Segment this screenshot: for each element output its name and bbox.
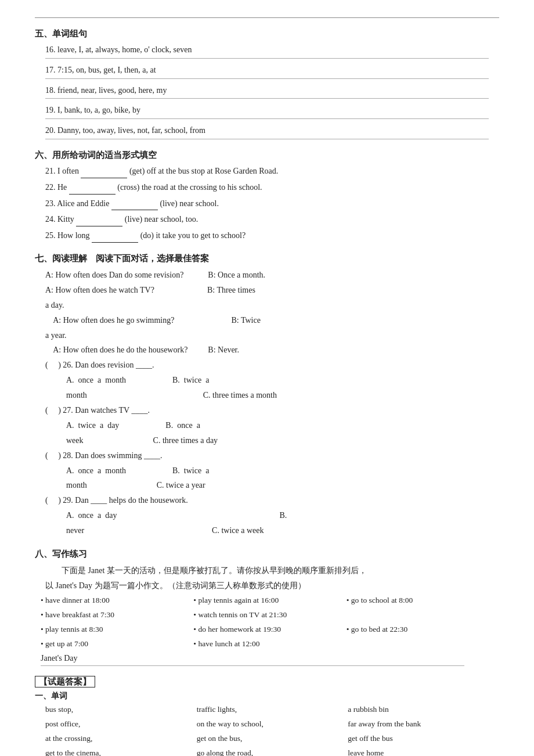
wi-1: • have dinner at 18:00 xyxy=(41,593,193,608)
wi-10: • get up at 7:00 xyxy=(41,637,193,651)
q18-num: 18. xyxy=(45,86,56,95)
section-7: 七、阅读理解 阅读下面对话，选择最佳答案 A: How often does D… xyxy=(35,253,499,538)
answer-title-block: 【试题答案】 xyxy=(35,676,499,687)
v1: bus stop, xyxy=(45,703,197,717)
q23-blank[interactable] xyxy=(111,201,158,210)
wi-7: • play tennis at 8:30 xyxy=(41,622,193,637)
q27-options: A. twice a day B. once a xyxy=(66,418,499,433)
q28-container: ( ) 28. Dan does swimming ____. A. once … xyxy=(45,448,499,494)
q25-text: How long (do) it take you to get to scho… xyxy=(57,231,246,240)
q29-options: A. once a day B. xyxy=(66,508,499,523)
vocab-grid: bus stop, traffic lights, a rubbish bin … xyxy=(45,703,499,756)
q26-c: C. three times a month xyxy=(203,388,277,403)
q26-options: A. once a month B. twice a xyxy=(66,373,499,388)
v3: a rubbish bin xyxy=(348,703,499,717)
q29-b-label: B. xyxy=(279,508,287,523)
q27-c: C. three times a day xyxy=(153,433,218,448)
q24-text: Kitty (live) near school, too. xyxy=(57,215,198,224)
dialog-2b: a day. xyxy=(45,298,499,313)
q19-num: 19. xyxy=(45,106,56,114)
q20-words: Danny, too, away, lives, not, far, schoo… xyxy=(57,126,205,135)
q22-num: 22. xyxy=(45,183,56,192)
q26-month: month xyxy=(66,388,87,403)
q26-options2: month C. three times a month xyxy=(66,388,499,403)
q29-stem: ( ) 29. Dan ____ helps do the housework. xyxy=(45,493,499,508)
q29-container: ( ) 29. Dan ____ helps do the housework.… xyxy=(45,493,499,538)
wi-3: • go to school at 8:00 xyxy=(347,593,499,608)
q29-options2: never C. twice a week xyxy=(66,523,499,538)
v2: traffic lights, xyxy=(197,703,348,717)
v10: get to the cinema, xyxy=(45,746,197,756)
q22: 22. He (cross) the road at the crossing … xyxy=(45,181,499,195)
wi-9: • go to bed at 22:30 xyxy=(347,622,499,637)
q28-c: C. twice a year xyxy=(157,478,205,493)
v9: get off the bus xyxy=(348,732,499,746)
q28-b: B. twice a xyxy=(172,463,209,478)
writing-topic: Janet's Day xyxy=(41,654,499,663)
q24-blank[interactable] xyxy=(76,217,122,226)
writing-answer-line xyxy=(41,665,464,666)
q22-text: He (cross) the road at the crossing to h… xyxy=(57,183,262,192)
q16-line xyxy=(45,58,489,59)
q27-b: B. once a xyxy=(165,418,200,433)
q28-a: A. once a month xyxy=(66,463,126,478)
dialog-2: A: How often does he watch TV? B: Three … xyxy=(45,283,499,298)
q25-num: 25. xyxy=(45,231,56,240)
q17: 17. 7:15, on, bus, get, I, then, a, at xyxy=(45,63,499,77)
q21-text: I often (get) off at the bus stop at Ros… xyxy=(57,167,278,175)
v4: post office, xyxy=(45,717,197,732)
writing-intro: 下面是 Janet 某一天的活动，但是顺序被打乱了。请你按从早到晚的顺序重新排列… xyxy=(45,563,499,593)
q29-a: A. once a day xyxy=(66,508,117,523)
q22-blank[interactable] xyxy=(69,185,116,195)
q27-a: A. twice a day xyxy=(66,418,119,433)
q24: 24. Kitty (live) near school, too. xyxy=(45,213,499,226)
q29-never: never xyxy=(66,523,84,538)
q21-num: 21. xyxy=(45,167,56,175)
section-7-title: 七、阅读理解 阅读下面对话，选择最佳答案 xyxy=(35,253,499,264)
q16: 16. leave, I, at, always, home, o' clock… xyxy=(45,43,499,57)
q23-text: Alice and Eddie (live) near school. xyxy=(57,199,219,208)
q28-month: month xyxy=(66,478,87,493)
wi-12 xyxy=(347,637,499,651)
top-divider xyxy=(35,17,499,18)
q27-options2: week C. three times a day xyxy=(66,433,499,448)
v8: get on the bus, xyxy=(197,732,348,746)
q27-week: week xyxy=(66,433,84,448)
v5: on the way to school, xyxy=(197,717,348,732)
q27-container: ( ) 27. Dan watches TV ____. A. twice a … xyxy=(45,403,499,448)
q21: 21. I often (get) off at the bus stop at… xyxy=(45,164,499,178)
q25-blank[interactable] xyxy=(92,233,138,243)
section-6-title: 六、用所给动词的适当形式填空 xyxy=(35,150,499,161)
q28-options: A. once a month B. twice a xyxy=(66,463,499,478)
q18-words: friend, near, lives, good, here, my xyxy=(57,86,167,95)
section-5: 五、单词组句 16. leave, I, at, always, home, o… xyxy=(35,28,499,139)
dialog-3b: a year. xyxy=(45,328,499,343)
q24-num: 24. xyxy=(45,215,56,224)
q20-num: 20. xyxy=(45,126,56,135)
answer-title: 【试题答案】 xyxy=(35,676,95,687)
q19-line xyxy=(45,118,489,119)
q27-stem: ( ) 27. Dan watches TV ____. xyxy=(45,403,499,418)
wi-6 xyxy=(347,608,499,622)
q21-blank[interactable] xyxy=(81,169,127,178)
section-6: 六、用所给动词的适当形式填空 21. I often (get) off at … xyxy=(35,150,499,243)
q18: 18. friend, near, lives, good, here, my xyxy=(45,84,499,98)
section-8: 八、写作练习 下面是 Janet 某一天的活动，但是顺序被打乱了。请你按从早到晚… xyxy=(35,549,499,666)
q28-stem: ( ) 28. Dan does swimming ____. xyxy=(45,448,499,463)
answer-sub-title: 一、单词 xyxy=(35,691,499,701)
q20: 20. Danny, too, away, lives, not, far, s… xyxy=(45,124,499,138)
dialog-block: A: How often does Dan do some revision? … xyxy=(45,268,499,358)
q26-container: ( ) 26. Dan does revision ____. A. once … xyxy=(45,358,499,403)
dialog-1: A: How often does Dan do some revision? … xyxy=(45,268,499,283)
wi-11: • have lunch at 12:00 xyxy=(193,637,346,651)
q25: 25. How long (do) it take you to get to … xyxy=(45,229,499,243)
wi-4: • have breakfast at 7:30 xyxy=(41,608,193,622)
q23: 23. Alice and Eddie (live) near school. xyxy=(45,197,499,211)
wi-2: • play tennis again at 16:00 xyxy=(193,593,346,608)
wi-5: • watch tennis on TV at 21:30 xyxy=(193,608,346,622)
q26-b: B. twice a xyxy=(172,373,209,388)
section-8-title: 八、写作练习 xyxy=(35,549,499,560)
answer-section: 【试题答案】 一、单词 bus stop, traffic lights, a … xyxy=(35,676,499,756)
dialog-3: A: How often does he go swimming? B: Twi… xyxy=(45,313,499,328)
q26-stem: ( ) 26. Dan does revision ____. xyxy=(45,358,499,373)
